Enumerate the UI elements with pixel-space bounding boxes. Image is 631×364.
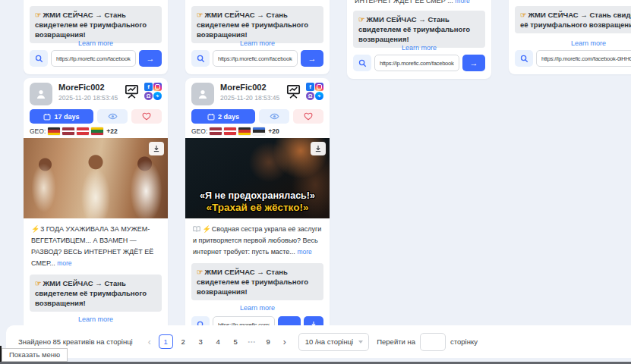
landing-url-input[interactable] [374, 55, 459, 71]
search-button[interactable] [30, 50, 48, 67]
profile-row: MoreFic002 2025-11-20 18:53:45 f Ω [185, 78, 330, 105]
action-buttons: 2 days [185, 105, 330, 124]
goto-page-suffix: сторінку [450, 337, 478, 346]
placement-icons: f Ω [285, 83, 323, 100]
days-label: 17 days [54, 113, 79, 121]
days-active-button[interactable]: 2 days [191, 109, 255, 124]
show-menu-tooltip: Показать меню [2, 348, 68, 362]
days-active-button[interactable]: 17 days [30, 109, 93, 124]
learn-more-link[interactable]: Learn more [24, 39, 168, 47]
landing-url-input[interactable] [536, 50, 631, 67]
eye-icon [270, 113, 279, 120]
cta-banner-text: ЖМИ СЕЙЧАС → Стань свидетелем её триумфа… [358, 15, 470, 43]
page-name: MoreFic002 [220, 83, 285, 93]
cta-banner-text: ЖМИ СЕЙЧАС → Стань свидетелем её триумфа… [35, 279, 147, 307]
pagination-nav: ‹ 1 2 3 4 5 ••• 9 › [144, 334, 291, 349]
placement-icons: f Ω [123, 83, 162, 100]
profile-row: MoreFic002 2025-11-20 18:53:45 f Ω [24, 78, 168, 105]
card-column-3: ИНТЕРНЕТ ЖДЁТ ЕЁ СМЕР ... more ☞ЖМИ СЕЙЧ… [347, 0, 491, 364]
arrow-right-icon: → [308, 55, 317, 63]
landing-url-input[interactable] [213, 50, 298, 67]
download-image-button[interactable] [149, 142, 164, 155]
learn-more-link[interactable]: Learn more [185, 39, 330, 47]
messenger-icon [315, 92, 323, 100]
page-button-last[interactable]: 9 [261, 334, 276, 349]
chevron-right-icon[interactable]: › [279, 337, 291, 347]
search-icon [358, 59, 367, 67]
page-button-3[interactable]: 3 [194, 334, 208, 349]
more-link[interactable]: more [297, 248, 311, 256]
pointing-hand-icon: ☞ [35, 11, 42, 19]
overlay-line-2: «Трахай её жёстко!» [185, 202, 330, 213]
landing-url-input[interactable] [51, 50, 136, 67]
search-button[interactable] [353, 55, 371, 71]
ad-card: MoreFic002 2025-11-20 18:53:45 f Ω 2 day… [185, 78, 330, 337]
learn-more-link[interactable]: Learn more [509, 39, 631, 47]
geo-extra-count: +20 [268, 127, 279, 135]
cut-caption-text: ИНТЕРНЕТ ЖДЁТ ЕЁ СМЕР ... [355, 0, 453, 5]
creative-image[interactable] [24, 138, 168, 218]
open-url-button[interactable]: → [301, 50, 323, 67]
flag-estonia-icon [253, 127, 265, 135]
cta-banner: ☞ЖМИ СЕЙЧАС → Стань свидетелем её триумф… [30, 6, 162, 43]
flag-lithuania-icon [91, 127, 103, 135]
days-label: 2 days [218, 113, 239, 121]
favorite-button[interactable] [131, 109, 162, 124]
page-size-select[interactable]: 10 /на сторінці [298, 333, 370, 351]
facebook-icon: f [306, 83, 314, 91]
arrow-right-icon: → [147, 55, 155, 63]
creative-image[interactable]: «Я не предохранялась!» «Трахай её жёстко… [185, 138, 330, 218]
instagram-icon [315, 83, 323, 91]
preview-button[interactable] [97, 109, 128, 124]
geo-label: GEO: [30, 127, 46, 135]
calendar-icon [207, 113, 215, 121]
more-link[interactable]: more [57, 259, 71, 267]
profile-info: MoreFic002 2025-11-20 18:53:45 [58, 83, 123, 102]
lightning-icon: ⚡ [203, 225, 211, 233]
flag-austria-icon [224, 127, 236, 135]
page-button-2[interactable]: 2 [176, 334, 191, 349]
learn-more-link[interactable]: Learn more [24, 315, 168, 323]
geo-row: GEO: +22 [24, 124, 168, 135]
favorite-button[interactable] [293, 109, 323, 124]
ad-card-partial: ИНТЕРНЕТ ЖДЁТ ЕЁ СМЕР ... more ☞ЖМИ СЕЙЧ… [185, 0, 330, 74]
cta-banner: ☞ЖМИ СЕЙЧАС → Стань свидетелем её триумф… [191, 263, 323, 300]
geo-row: GEO: +20 [185, 124, 330, 135]
arrow-right-icon: → [470, 59, 478, 67]
presentation-chart-icon[interactable] [123, 83, 140, 100]
learn-more-link[interactable]: Learn more [185, 304, 330, 312]
messenger-icon [153, 92, 162, 100]
pagination-ellipsis[interactable]: ••• [246, 339, 258, 344]
url-row: → [353, 55, 485, 71]
search-icon [197, 55, 205, 63]
open-url-button[interactable]: → [139, 50, 162, 67]
page-button-5[interactable]: 5 [229, 334, 243, 349]
geo-flags [48, 127, 103, 135]
open-url-button[interactable]: → [462, 55, 485, 71]
geo-label: GEO: [191, 127, 207, 135]
more-link[interactable]: more [455, 0, 469, 5]
search-icon [520, 55, 528, 63]
chevron-left-icon[interactable]: ‹ [144, 337, 156, 347]
avatar [30, 83, 52, 105]
lightning-icon: ⚡ [31, 225, 39, 233]
card-column-4: ИНТЕРНЕТ ЖДЁТ ЕЁ СМЕР ... more ☞ЖМИ СЕЙЧ… [509, 0, 631, 364]
audience-network-icon: Ω [306, 92, 314, 100]
page-button-4[interactable]: 4 [211, 334, 226, 349]
pointing-hand-icon: ☞ [197, 11, 203, 19]
cta-banner-text: ЖМИ СЕЙЧАС → Стань свидетелем её триумфа… [520, 11, 631, 29]
learn-more-link[interactable]: Learn more [347, 44, 491, 52]
url-row: → [515, 50, 631, 67]
creative-datetime: 2025-11-20 18:53:45 [58, 94, 123, 102]
presentation-chart-icon[interactable] [285, 83, 302, 100]
heart-icon [304, 112, 313, 121]
download-image-button[interactable] [311, 142, 326, 155]
goto-page-input[interactable] [420, 333, 446, 351]
search-button[interactable] [515, 50, 533, 67]
flag-latvia-icon [210, 127, 222, 135]
cta-banner: ☞ЖМИ СЕЙЧАС → Стань свидетелем её триумф… [515, 6, 631, 33]
facebook-icon: f [144, 83, 153, 91]
search-button[interactable] [191, 50, 210, 67]
page-button-1[interactable]: 1 [159, 334, 173, 349]
preview-button[interactable] [259, 109, 289, 124]
